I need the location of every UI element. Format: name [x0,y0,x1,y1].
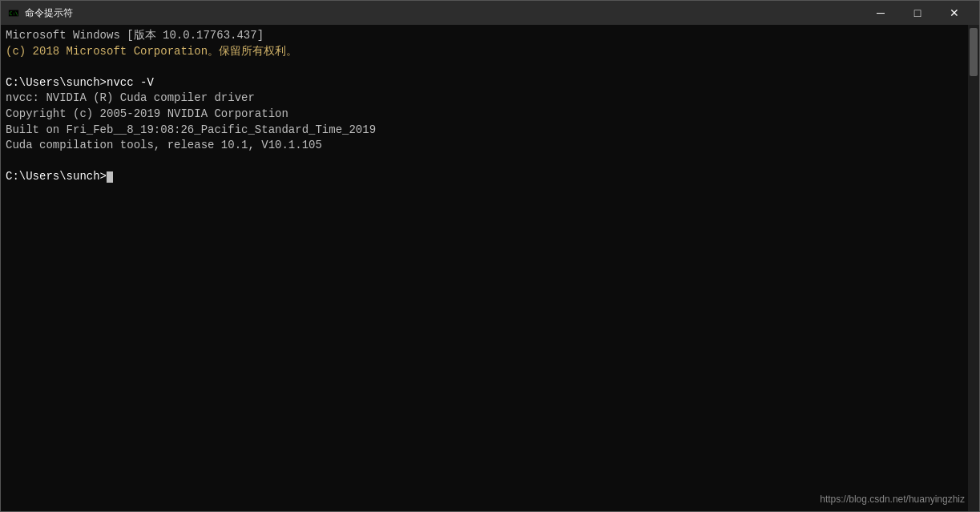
terminal-line [6,59,963,75]
scrollbar[interactable] [968,25,979,511]
terminal-line: nvcc: NVIDIA (R) Cuda compiler driver [6,91,963,107]
svg-text:C:\: C:\ [10,10,18,16]
close-button[interactable]: ✕ [936,1,973,25]
terminal-line: C:\Users\sunch>nvcc -V [6,75,963,91]
terminal-line: (c) 2018 Microsoft Corporation。保留所有权利。 [6,44,963,60]
terminal-line: C:\Users\sunch> [6,169,963,185]
minimize-button[interactable]: ─ [862,1,899,25]
terminal-line [6,154,963,170]
titlebar-controls: ─ □ ✕ [862,1,973,25]
terminal-content: Microsoft Windows [版本 10.0.17763.437](c)… [1,25,968,511]
terminal-line: Copyright (c) 2005-2019 NVIDIA Corporati… [6,107,963,123]
maximize-button[interactable]: □ [899,1,936,25]
terminal-line: Cuda compilation tools, release 10.1, V1… [6,138,963,154]
terminal-line: Built on Fri_Feb__8_19:08:26_Pacific_Sta… [6,123,963,139]
terminal-line: Microsoft Windows [版本 10.0.17763.437] [6,28,963,44]
terminal-body[interactable]: Microsoft Windows [版本 10.0.17763.437](c)… [1,25,979,511]
scrollbar-thumb[interactable] [970,28,978,76]
cursor [107,171,113,183]
cmd-window: C:\ 命令提示符 ─ □ ✕ Microsoft Windows [版本 10… [0,0,980,512]
titlebar-title: 命令提示符 [25,6,862,20]
cmd-icon: C:\ [7,6,20,19]
watermark: https://blog.csdn.net/huanyingzhiz [820,494,965,505]
titlebar: C:\ 命令提示符 ─ □ ✕ [1,1,979,25]
